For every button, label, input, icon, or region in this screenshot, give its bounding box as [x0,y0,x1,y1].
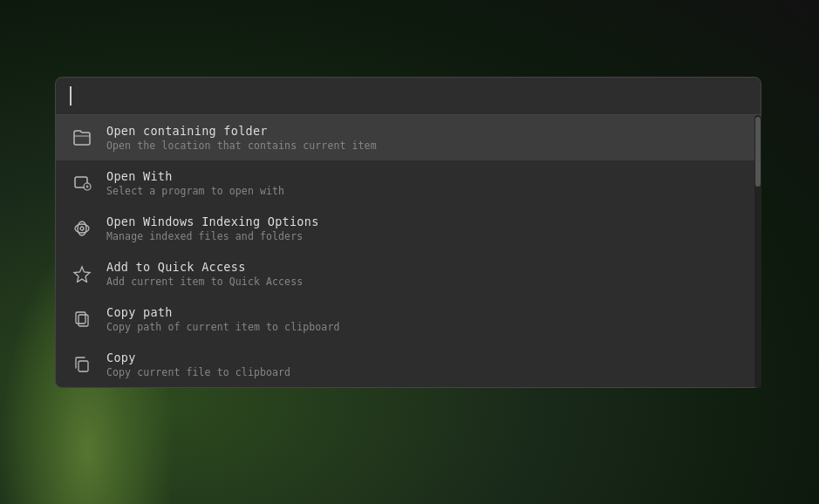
indexing-icon [70,216,94,241]
menu-subtitle-open-containing-folder: Open the location that contains current … [106,140,377,152]
menu-title-open-windows-indexing: Open Windows Indexing Options [106,215,319,228]
quick-access-icon [70,262,94,286]
menu-subtitle-open-windows-indexing: Manage indexed files and folders [106,230,319,242]
search-bar[interactable] [55,77,761,115]
menu-text-add-to-quick-access: Add to Quick Access Add current item to … [106,260,303,288]
menu-subtitle-add-to-quick-access: Add current item to Quick Access [106,276,303,288]
open-with-icon [70,171,94,195]
menu-text-open-with: Open With Select a program to open with [106,169,284,197]
context-menu-wrapper: Open containing folder Open the location… [55,77,761,388]
menu-subtitle-copy-path: Copy path of current item to clipboard [106,321,339,333]
menu-title-copy: Copy [106,351,290,364]
svg-rect-6 [78,315,88,326]
menu-text-copy-path: Copy path Copy path of current item to c… [106,305,339,333]
menu-title-add-to-quick-access: Add to Quick Access [106,260,303,274]
menu-outer: Open containing folder Open the location… [55,115,761,388]
menu-subtitle-open-with: Select a program to open with [106,185,284,197]
menu-text-open-containing-folder: Open containing folder Open the location… [106,124,377,152]
menu-title-open-with: Open With [106,169,284,183]
menu-title-open-containing-folder: Open containing folder [106,124,377,138]
svg-point-4 [80,227,84,230]
folder-open-icon [70,126,94,150]
search-cursor [70,86,72,106]
menu-subtitle-copy: Copy current file to clipboard [106,366,290,378]
svg-rect-8 [78,361,88,371]
svg-rect-7 [76,312,85,324]
copy-path-icon [70,307,94,331]
scrollbar[interactable] [754,115,761,388]
menu-item-open-with[interactable]: Open With Select a program to open with [56,160,761,206]
copy-icon [70,352,94,377]
menu-container: Open containing folder Open the location… [55,115,761,388]
menu-item-open-containing-folder[interactable]: Open containing folder Open the location… [56,115,761,160]
menu-item-copy[interactable]: Copy Copy current file to clipboard [56,342,761,387]
menu-title-copy-path: Copy path [106,305,339,319]
menu-text-open-windows-indexing: Open Windows Indexing Options Manage ind… [106,215,319,242]
menu-text-copy: Copy Copy current file to clipboard [106,351,290,378]
scrollbar-thumb [755,117,761,187]
menu-item-add-to-quick-access[interactable]: Add to Quick Access Add current item to … [56,251,761,296]
svg-marker-5 [74,267,90,283]
menu-item-copy-path[interactable]: Copy path Copy path of current item to c… [56,296,761,342]
menu-item-open-windows-indexing[interactable]: Open Windows Indexing Options Manage ind… [56,206,761,251]
